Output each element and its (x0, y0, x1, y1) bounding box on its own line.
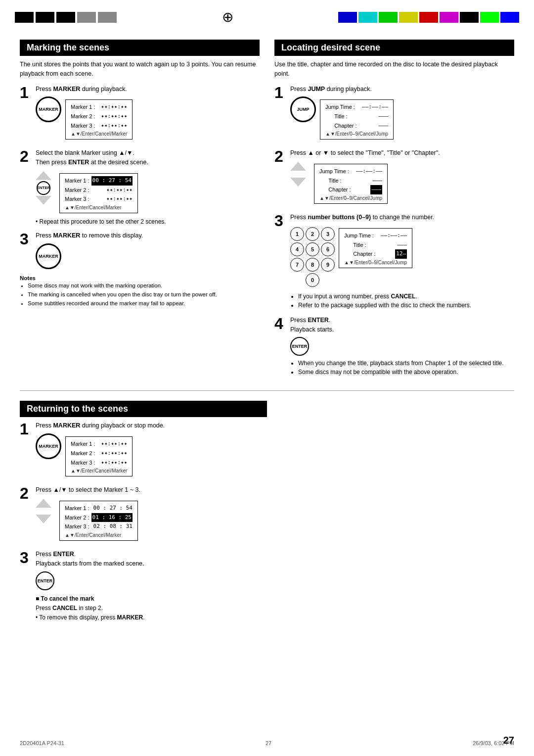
enter-button-4[interactable]: ENTER (290, 337, 309, 356)
jump-button-1[interactable]: JUMP (290, 96, 316, 122)
bold-numpad: number buttons (0–9) (308, 214, 371, 221)
locate-row-3-1: Jump Time :——:——:—— (344, 231, 407, 240)
display-box-1: Marker 1 :✦✦:✦✦:✦✦ Marker 2 :✦✦:✦✦:✦✦ Ma… (65, 99, 133, 140)
locating-scene-desc: Use the title, chapter and time recorded… (274, 60, 514, 79)
returning-scenes-section: Returning to the scenes 1 Press MARKER d… (20, 401, 514, 622)
locating-scene-section: Locating desired scene Use the title, ch… (274, 40, 514, 382)
bold-marker: MARKER (53, 86, 80, 93)
arrow-up-2[interactable] (36, 171, 51, 180)
num-0[interactable]: 0 (306, 273, 319, 287)
footer-left: 2D20401A P24-31 (20, 740, 64, 746)
marking-step-1: 1 Press MARKER during playback. MARKER M… (20, 85, 260, 143)
ret-nav-2: ▲▼/Enter/Cancel/Marker (65, 532, 133, 538)
bold-jump-1: JUMP (308, 86, 325, 93)
note-1: Some discs may not work with the marking… (28, 281, 260, 290)
step-num-3: 3 (20, 231, 31, 247)
locate-step-3-icon-row: 1 2 3 4 5 6 7 8 9 0 (290, 225, 514, 289)
locate-bullet-3-1: If you input a wrong number, press CANCE… (298, 292, 514, 301)
enter-btn-2[interactable]: ENTER (37, 181, 50, 195)
row-2-1: Marker 1 :00 : 27 : 54 (65, 176, 133, 186)
black-bars-left (15, 12, 117, 23)
footer: 2D20401A P24-31 27 26/9/03, 6:02 PM (0, 740, 534, 746)
locate-bullet-4-1: When you change the title, playback star… (298, 359, 514, 368)
marker-button-3[interactable]: MARKER (36, 243, 61, 269)
color-yellow (399, 12, 418, 23)
locate-step-4: 4 Press ENTER.Playback starts. ENTER Whe… (274, 316, 514, 377)
locate-row-2-1: Jump Time :——:——:—— (319, 167, 382, 176)
enter-button-ret-3[interactable]: ENTER (36, 571, 54, 590)
ret-step-num-3: 3 (20, 550, 31, 566)
locate-step-3: 3 Press number buttons (0–9) to change t… (274, 213, 514, 310)
step-2-content: Select the blank Marker using ▲/▼.Then p… (36, 148, 260, 225)
returning-step-2: 2 Press ▲/▼ to select the Marker 1 ~ 3. … (20, 485, 267, 544)
num-6[interactable]: 6 (321, 242, 335, 256)
locate-step-4-content: Press ENTER.Playback starts. ENTER When … (290, 316, 514, 377)
returning-inner: Returning to the scenes 1 Press MARKER d… (20, 401, 267, 622)
step-2-bullet: • Repeat this procedure to set the other… (36, 218, 260, 225)
num-4[interactable]: 4 (290, 242, 304, 256)
step-3-text: Press MARKER to remove this display. (36, 231, 260, 240)
color-red (419, 12, 438, 23)
locate-step-num-4: 4 (274, 316, 285, 331)
color-bright-green (480, 12, 499, 23)
step-1-content: Press MARKER during playback. MARKER Mar… (36, 85, 260, 143)
bold-enter-2: ENTER (68, 159, 89, 166)
locate-row-1-1: Jump Time :——:——:—— (325, 102, 388, 112)
num-9[interactable]: 9 (321, 258, 335, 272)
locate-step-num-1: 1 (274, 85, 285, 100)
ret-step-1-text: Press MARKER during playback or stop mod… (36, 421, 267, 430)
ret-screen-1: Marker 1 :✦✦:✦✦:✦✦ Marker 2 :✦✦:✦✦:✦✦ Ma… (66, 437, 132, 476)
arrow-down-2[interactable] (36, 196, 51, 205)
ret-step-1-content: Press MARKER during playback or stop mod… (36, 421, 267, 479)
num-2[interactable]: 2 (306, 227, 319, 241)
locate-arrow-up-2[interactable] (290, 162, 306, 171)
step-3-content: Press MARKER to remove this display. MAR… (36, 231, 260, 269)
ret-step-2-icon-row: Marker 1 :00 : 27 : 54 Marker 2 :01 : 16… (36, 498, 267, 544)
black-bar-3 (56, 12, 75, 23)
marking-step-2: 2 Select the blank Marker using ▲/▼.Then… (20, 148, 260, 225)
step-2-text: Select the blank Marker using ▲/▼.Then p… (36, 148, 260, 167)
ret-row-2-1: Marker 1 :00 : 27 : 54 (65, 504, 133, 513)
locate-step-2-content: Press ▲ or ▼ to select the "Time", "Titl… (290, 148, 514, 207)
marker-button-ret-1[interactable]: MARKER (36, 433, 61, 459)
row-2-3: Marker 3 :✦✦:✦✦:✦✦ (65, 194, 133, 204)
locate-row-3-2: Title :——— (344, 240, 407, 250)
locate-step-num-3: 3 (274, 213, 285, 229)
locate-nav-3: ▲▼/Enter/0–9/Cancel/Jump (344, 260, 407, 265)
ret-row-1-3: Marker 3 :✦✦:✦✦:✦✦ (71, 458, 127, 468)
locate-row-1-3: Chapter :——— (325, 121, 388, 131)
locate-bullet-4-2: Some discs may not be compatible with th… (298, 368, 514, 377)
marking-scenes-desc: The unit stores the points that you want… (20, 60, 260, 79)
arrow-col-2: ENTER (36, 170, 51, 206)
locate-arrow-down-2[interactable] (290, 178, 306, 187)
color-bright-blue (500, 12, 519, 23)
num-1[interactable]: 1 (290, 227, 304, 241)
crosshair-center: ⊕ (222, 9, 233, 25)
color-bars-header: ⊕ (0, 9, 534, 25)
locate-step-2-icon-row: Jump Time :——:——:—— Title :——— Chapter :… (290, 161, 514, 207)
locate-row-1-2: Title :——— (325, 112, 388, 121)
num-3[interactable]: 3 (321, 227, 335, 241)
note-2: The marking is cancelled when you open t… (28, 290, 260, 299)
numpad-container: 1 2 3 4 5 6 7 8 9 0 (290, 225, 335, 289)
gray-bar-2 (98, 12, 117, 23)
note-3: Some subtitles recorded around the marke… (28, 299, 260, 308)
locate-step-1-text: Press JUMP during playback. (290, 85, 514, 94)
ret-step-1-icon-row: MARKER Marker 1 :✦✦:✦✦:✦✦ Marker 2 :✦✦:✦… (36, 433, 267, 479)
ret-arrow-col-2 (36, 498, 51, 524)
ret-step-3-content: Press ENTER.Playback starts from the mar… (36, 550, 267, 622)
num-7[interactable]: 7 (290, 258, 304, 272)
ret-arrow-up-2[interactable] (36, 499, 51, 508)
notes-list: Some discs may not work with the marking… (20, 281, 260, 308)
cancel-block: ■ To cancel the mark Press CANCEL in ste… (36, 594, 267, 623)
num-5[interactable]: 5 (306, 242, 319, 256)
ret-nav-1: ▲▼/Enter/Cancel/Marker (71, 468, 127, 473)
marker-button-1[interactable]: MARKER (36, 96, 61, 122)
page-content: Marking the scenes The unit stores the p… (0, 30, 534, 648)
footer-center: 27 (266, 740, 271, 746)
ret-display-box-2: Marker 1 :00 : 27 : 54 Marker 2 :01 : 16… (59, 501, 138, 541)
nav-2: ▲▼/Enter/Cancel/Marker (65, 205, 133, 210)
num-8[interactable]: 8 (306, 258, 319, 272)
screen-2: Marker 1 :00 : 27 : 54 Marker 2 :✦✦:✦✦:✦… (60, 174, 137, 213)
ret-arrow-down-2[interactable] (36, 515, 51, 523)
